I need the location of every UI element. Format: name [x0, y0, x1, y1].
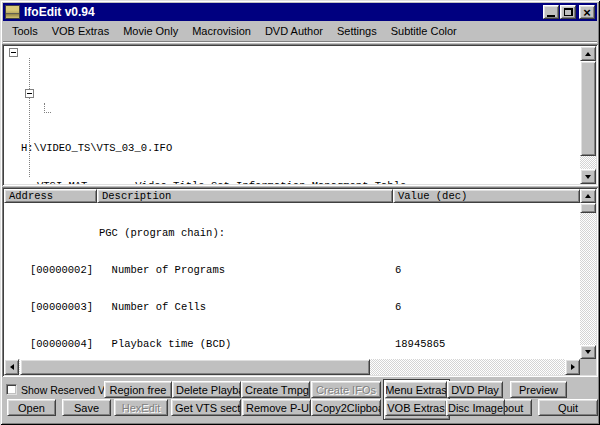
quit-button[interactable]: Quit [538, 399, 598, 416]
menu-item-vob-extras[interactable]: VOB Extras [45, 23, 116, 39]
tree-scrollbar[interactable] [580, 46, 596, 184]
scroll-thumb[interactable] [580, 61, 596, 156]
window-controls [543, 5, 595, 19]
arrow-down-icon [585, 175, 591, 182]
tree-item-desc: -Video Title Set Information Managment T… [129, 180, 406, 184]
arrow-up-icon [585, 49, 591, 56]
preview-button[interactable]: Preview [510, 381, 567, 398]
scroll-thumb[interactable] [20, 359, 370, 375]
arrow-left-icon [7, 364, 14, 370]
save-button[interactable]: Save [62, 399, 111, 416]
tree-root-item[interactable]: H:\VIDEO_TS\VTS_03_0.IFO [4, 142, 580, 156]
title-bar[interactable]: IfoEdit v0.94 [3, 3, 597, 21]
table-header: Address Description Value (dec) [4, 189, 580, 203]
ifo-structure-tree: H:\VIDEO_TS\VTS_03_0.IFO VTSI_MAT -Video… [2, 44, 598, 186]
create-tmpg-button[interactable]: Create Tmpg T [241, 381, 310, 398]
close-button[interactable] [579, 5, 595, 19]
menu-item-dvd-author[interactable]: DVD Author [258, 23, 330, 39]
arrow-down-icon [585, 350, 591, 357]
disc-image-button[interactable]: Disc Image [446, 399, 505, 416]
tree-line [29, 58, 30, 177]
region-free-button[interactable]: Region free [104, 381, 172, 398]
tree-item-vtsi-mat[interactable]: VTSI_MAT -Video Title Set Information Ma… [4, 180, 580, 184]
menu-item-settings[interactable]: Settings [330, 23, 384, 39]
table-vertical-scrollbar[interactable] [580, 189, 596, 359]
menu-bar: Tools VOB Extras Movie Only Macrovision … [3, 22, 597, 40]
scroll-down-button[interactable] [580, 169, 596, 184]
scroll-up-button[interactable] [580, 189, 596, 203]
app-icon[interactable] [5, 5, 20, 19]
ifo-value-table: Address Description Value (dec) PGC (pro… [2, 187, 598, 377]
scroll-down-button[interactable] [580, 345, 596, 359]
table-row[interactable]: PGC (program chain): [4, 227, 580, 240]
hexedit-button: HexEdit [114, 399, 168, 416]
menu-item-macrovision[interactable]: Macrovision [185, 23, 258, 39]
create-ifos-button: Create IFOs [311, 381, 381, 398]
scroll-thumb[interactable] [580, 203, 596, 213]
tree-root-label: H:\VIDEO_TS\VTS_03_0.IFO [21, 142, 172, 156]
tree-line [44, 112, 51, 113]
open-button[interactable]: Open [7, 399, 56, 416]
minimize-button[interactable] [543, 5, 559, 19]
arrow-up-icon [585, 191, 591, 198]
show-reserved-checkbox[interactable] [6, 384, 17, 395]
arrow-right-icon [571, 364, 578, 370]
remove-pups-button[interactable]: Remove P-UPs [242, 399, 311, 416]
tree-item-name: VTSI_MAT [37, 180, 129, 184]
minimize-icon [547, 15, 555, 17]
copy2clipboard-button[interactable]: Copy2Clipboard [311, 399, 381, 416]
column-header-description: Description [97, 189, 393, 203]
collapse-icon[interactable] [9, 48, 18, 57]
scroll-up-button[interactable] [580, 46, 596, 61]
button-panel: Show Reserved Valu Region free Delete Pl… [0, 377, 600, 423]
menu-divider [3, 41, 597, 43]
menu-item-tools[interactable]: Tools [5, 23, 45, 39]
window-title: IfoEdit v0.94 [24, 5, 95, 19]
menu-extras-button[interactable]: Menu Extras [385, 381, 447, 398]
table-row[interactable]: [00000004] Playback time (BCD)18945865 [4, 338, 580, 351]
dvd-play-button[interactable]: DVD Play [447, 381, 503, 398]
restore-icon [564, 8, 573, 16]
column-header-address: Address [4, 189, 97, 203]
get-vts-sectors-button[interactable]: Get VTS sectors [171, 399, 241, 416]
table-row[interactable]: [00000002] Number of Programs6 [4, 264, 580, 277]
vob-extras-button[interactable]: VOB Extras [385, 399, 447, 416]
menu-item-subtitle-color[interactable]: Subtitle Color [384, 23, 464, 39]
close-icon [583, 5, 591, 20]
menu-item-movie-only[interactable]: Movie Only [116, 23, 185, 39]
collapse-icon[interactable] [25, 89, 34, 98]
scrollbar-corner [580, 359, 596, 375]
table-body: PGC (program chain): [00000002] Number o… [4, 203, 580, 359]
table-row[interactable]: [00000003] Number of Cells6 [4, 301, 580, 314]
scroll-left-button[interactable] [4, 359, 19, 375]
restore-button[interactable] [560, 5, 576, 19]
column-header-value: Value (dec) [393, 189, 580, 203]
table-horizontal-scrollbar[interactable] [4, 359, 580, 375]
scroll-right-button[interactable] [565, 359, 580, 375]
ifoedit-window: IfoEdit v0.94 Tools VOB Extras Movie Onl… [0, 0, 600, 425]
delete-playback-button[interactable]: Delete Playbac [172, 381, 241, 398]
tree-content: H:\VIDEO_TS\VTS_03_0.IFO VTSI_MAT -Video… [4, 46, 580, 184]
